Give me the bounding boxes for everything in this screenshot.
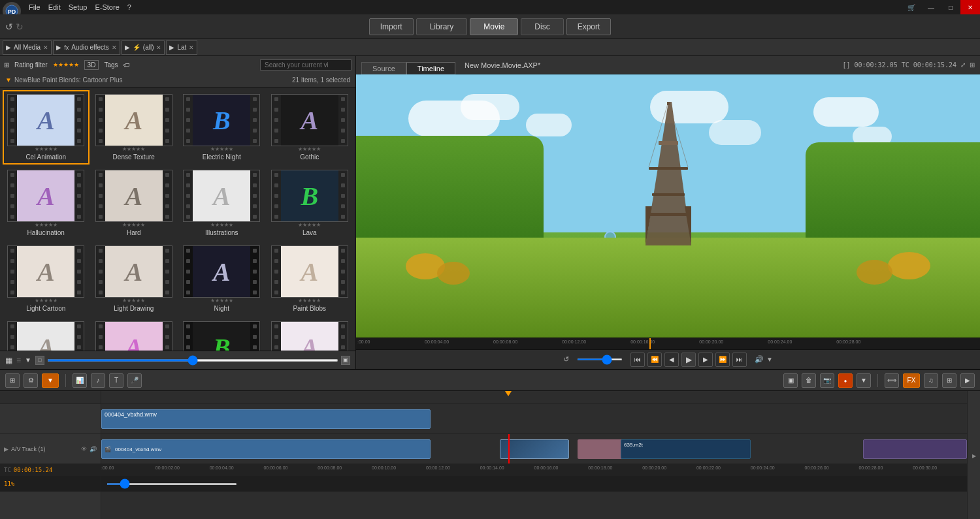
grid-item-night[interactable]: A ★★★★★ Night xyxy=(178,242,265,316)
mic-icon[interactable]: 🎤 xyxy=(127,373,142,388)
grid-item-radioactive[interactable]: A ★★★★★ Radioactive xyxy=(91,317,178,351)
chart-icon[interactable]: 📊 xyxy=(73,373,87,388)
timeline-zoom-slider[interactable] xyxy=(106,483,237,485)
grid-item-really-bad-dream[interactable]: B ★★★★★ Really Bad Dream xyxy=(178,317,265,351)
cart-button[interactable]: 🛒 xyxy=(902,0,921,14)
3d-toggle[interactable]: 3D xyxy=(84,60,99,70)
audio-effects-tab[interactable]: ▶ fx Audio effects ✕ xyxy=(53,40,120,55)
snap-button[interactable]: ⊞ xyxy=(5,373,20,388)
search-input[interactable] xyxy=(260,59,351,71)
audio-mix-button[interactable]: ♫ xyxy=(924,373,938,388)
movie-tab[interactable]: Movie xyxy=(470,18,518,35)
menu-estore[interactable]: E-Store xyxy=(95,3,119,11)
thumb-cel-animation: A xyxy=(7,94,84,146)
skip-to-end-button[interactable]: ⏭ xyxy=(732,353,747,367)
all-tab[interactable]: ▶ ⚡ (all) ✕ xyxy=(122,40,165,55)
color-button[interactable]: ⬥ xyxy=(838,373,853,388)
bmark-9: 00:00:18.00 xyxy=(588,465,612,470)
rating-stars[interactable]: ★★★★★ xyxy=(53,61,79,68)
zoom-in-button[interactable]: ⟺ xyxy=(885,373,899,388)
stars-light-drawing: ★★★★★ xyxy=(122,298,145,304)
snapshot-button[interactable]: 📷 xyxy=(820,373,834,388)
fx-button[interactable]: ▼ xyxy=(42,373,59,388)
audio-icon[interactable]: ♪ xyxy=(91,373,105,388)
grid-item-rich-colors[interactable]: A ★★★★★ Rich Colors xyxy=(267,317,353,351)
maximize-button[interactable]: □ xyxy=(941,0,960,14)
mute-icon[interactable]: 🔊 xyxy=(90,446,97,452)
menu-setup[interactable]: Setup xyxy=(69,3,88,11)
volume-options[interactable]: ▼ xyxy=(766,356,773,363)
grid-item-illustrations[interactable]: A ★★★★★ Illustrations xyxy=(178,166,265,240)
loop-button[interactable]: ↺ xyxy=(563,355,569,364)
av-clip-icon: 🎬 xyxy=(105,447,111,452)
grid-item-light-drawing[interactable]: A ★★★★★ Light Drawing xyxy=(91,242,178,316)
second-clip[interactable]: 635.m2t xyxy=(621,439,751,459)
prev-frame-button[interactable]: ⏪ xyxy=(647,353,662,367)
minimize-button[interactable]: — xyxy=(921,0,941,14)
left-panel: ⊞ Rating filter ★★★★★ 3D Tags 🏷 ▼ NewBlu… xyxy=(0,56,356,369)
grid-item-gothic[interactable]: A ★★★★★ Gothic xyxy=(267,90,353,165)
undo-button[interactable]: ↺ xyxy=(5,22,13,32)
delete-clip-button[interactable]: 🗑 xyxy=(802,373,816,388)
close-button[interactable]: ✕ xyxy=(960,0,980,14)
skip-to-start-button[interactable]: ⏮ xyxy=(630,353,645,367)
disc-tab[interactable]: Disc xyxy=(521,18,563,35)
av-clip-main[interactable]: 🎬 000404_vbxhd.wmv xyxy=(101,439,431,459)
all-media-tab[interactable]: ▶ All Media ✕ xyxy=(3,40,52,55)
thumb-hallucination: A xyxy=(7,170,84,222)
next-frame-button[interactable]: ⏩ xyxy=(715,353,730,367)
lat-close[interactable]: ✕ xyxy=(189,44,194,51)
list-view-icon[interactable]: ≡ xyxy=(16,356,21,365)
more-button[interactable]: ⊞ xyxy=(942,373,956,388)
step-back-button[interactable]: ◀ xyxy=(664,353,679,367)
clip-bar-1[interactable]: 000404_vbxhd.wmv xyxy=(101,409,431,429)
grid-item-light-cartoon[interactable]: A ★★★★★ Light Cartoon xyxy=(3,242,90,316)
source-tab[interactable]: Source xyxy=(361,62,406,74)
timeline-tab[interactable]: Timeline xyxy=(406,62,455,74)
volume-slider[interactable] xyxy=(577,358,623,360)
zoom-slider[interactable] xyxy=(47,359,338,362)
export-button[interactable]: Export xyxy=(566,18,612,35)
menu-help[interactable]: ? xyxy=(127,3,131,11)
end-clip[interactable] xyxy=(863,439,967,459)
grid-item-hard[interactable]: A ★★★★★ Hard xyxy=(91,166,178,240)
grid-view-icon[interactable]: ▦ xyxy=(5,356,12,365)
grid-item-cel-animation[interactable]: A ★★★★★ Cel Animation xyxy=(3,90,90,165)
grid-item-pencil-test[interactable]: A ★★★★★ Pencil Test xyxy=(3,317,90,351)
effects-button[interactable]: FX xyxy=(903,373,920,388)
svg-rect-10 xyxy=(667,102,670,105)
audio-effects-close[interactable]: ✕ xyxy=(112,44,117,51)
ruler-mark-7: 00:00:28.00 xyxy=(836,339,860,344)
clip-settings-button[interactable]: ▣ xyxy=(783,373,798,388)
play-button[interactable]: ▶ xyxy=(681,353,696,367)
eye-icon[interactable]: 👁 xyxy=(81,446,87,452)
preview-timeline-ruler: :00.00 00:00:04.00 00:00:08.00 00:00:12.… xyxy=(356,338,980,349)
grid-item-hallucination[interactable]: A ★★★★★ Hallucination xyxy=(3,166,90,240)
playhead-line xyxy=(508,434,510,464)
preview-resize-icon[interactable]: ⤢ xyxy=(960,61,966,69)
svg-marker-2 xyxy=(645,102,691,245)
library-tab[interactable]: Library xyxy=(416,18,468,35)
expand-panel-button[interactable]: ▶ xyxy=(967,391,980,519)
color-options[interactable]: ▼ xyxy=(857,373,871,388)
view-options-icon[interactable]: ▼ xyxy=(25,356,31,364)
thumbnail-clip[interactable] xyxy=(500,439,569,459)
menu-file[interactable]: File xyxy=(29,3,41,11)
step-forward-button[interactable]: ▶ xyxy=(698,353,713,367)
expand-track-icon[interactable]: ▶ xyxy=(4,446,8,452)
lat-tab[interactable]: ▶ Lat ✕ xyxy=(166,40,197,55)
grid-item-lava[interactable]: B ★★★★★ Lava xyxy=(267,166,353,240)
title-icon[interactable]: T xyxy=(109,373,123,388)
all-media-close[interactable]: ✕ xyxy=(43,44,48,51)
redo-button[interactable]: ↻ xyxy=(16,22,24,32)
settings-button[interactable]: ⚙ xyxy=(24,373,38,388)
all-close[interactable]: ✕ xyxy=(156,44,161,51)
import-button[interactable]: Import xyxy=(369,18,414,35)
grid-item-paint-blobs[interactable]: A ★★★★★ Paint Blobs xyxy=(267,242,353,316)
expand-button[interactable]: ▶ xyxy=(960,373,975,388)
menu-edit[interactable]: Edit xyxy=(48,3,61,11)
preview-fullscreen-icon[interactable]: ⊞ xyxy=(970,61,975,69)
grid-item-electric-night[interactable]: B ★★★★★ Electric Night xyxy=(178,90,265,165)
volume-icon[interactable]: 🔊 xyxy=(755,355,764,364)
grid-item-dense-texture[interactable]: A ★★★★★ Dense Texture xyxy=(91,90,178,165)
